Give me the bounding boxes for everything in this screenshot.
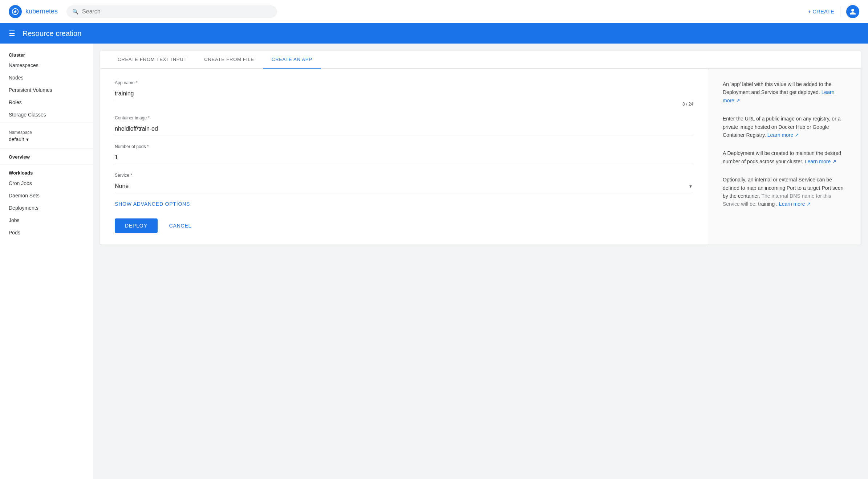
- sidebar-divider: [0, 124, 93, 124]
- cluster-section-label: Cluster: [0, 49, 93, 59]
- form-actions: DEPLOY CANCEL: [115, 218, 693, 233]
- workloads-label: Workloads: [0, 167, 93, 177]
- app-name-counter: 8 / 24: [115, 102, 693, 107]
- nav-logo-text: kubernetes: [25, 8, 58, 15]
- service-field-group: Service * None Internal External ▾: [115, 173, 693, 192]
- service-label: Service *: [115, 173, 693, 178]
- main-card: CREATE FROM TEXT INPUT CREATE FROM FILE …: [100, 51, 861, 245]
- sidebar-divider-2: [0, 148, 93, 148]
- form-container: App name * 8 / 24 Container image * Numb…: [100, 69, 861, 245]
- help-block-2: Enter the URL of a public image on any r…: [723, 115, 846, 139]
- sidebar-item-daemon-sets[interactable]: Daemon Sets: [0, 189, 93, 202]
- sidebar-item-persistent-volumes[interactable]: Persistent Volumes: [0, 84, 93, 96]
- app-name-input[interactable]: [115, 87, 693, 100]
- deploy-button[interactable]: DEPLOY: [115, 218, 158, 233]
- sidebar-item-jobs[interactable]: Jobs: [0, 214, 93, 226]
- service-select-wrapper: None Internal External ▾: [115, 180, 693, 192]
- container-image-field-group: Container image *: [115, 115, 693, 135]
- tab-create-from-text[interactable]: CREATE FROM TEXT INPUT: [109, 51, 195, 69]
- sidebar-item-nodes[interactable]: Nodes: [0, 71, 93, 84]
- service-select[interactable]: None Internal External: [115, 180, 693, 192]
- namespace-value: default: [9, 136, 24, 142]
- sidebar: Cluster Namespaces Nodes Persistent Volu…: [0, 44, 93, 479]
- help-link-2[interactable]: Learn more ↗: [767, 132, 799, 138]
- help-text-1: An 'app' label with this value will be a…: [723, 81, 832, 95]
- container-image-label: Container image *: [115, 115, 693, 120]
- cancel-button[interactable]: CANCEL: [163, 218, 198, 233]
- search-icon: 🔍: [72, 9, 78, 15]
- top-nav: kubernetes 🔍 + CREATE: [0, 0, 868, 23]
- pods-field-group: Number of pods *: [115, 144, 693, 164]
- hamburger-icon[interactable]: ☰: [9, 29, 15, 38]
- help-block-3: A Deployment will be created to maintain…: [723, 149, 846, 165]
- form-left: App name * 8 / 24 Container image * Numb…: [100, 69, 708, 245]
- sidebar-item-cron-jobs[interactable]: Cron Jobs: [0, 177, 93, 189]
- sidebar-item-deployments[interactable]: Deployments: [0, 202, 93, 214]
- page-header: ☰ Resource creation: [0, 23, 868, 44]
- tab-create-an-app[interactable]: CREATE AN APP: [263, 51, 321, 69]
- form-right: An 'app' label with this value will be a…: [708, 69, 861, 245]
- create-button[interactable]: + CREATE: [808, 8, 834, 15]
- sidebar-divider-3: [0, 164, 93, 164]
- help-text-4-period: .: [776, 201, 779, 207]
- kubernetes-logo-icon: [9, 5, 22, 18]
- sidebar-item-roles[interactable]: Roles: [0, 96, 93, 109]
- nav-actions: + CREATE: [808, 5, 859, 18]
- namespace-select[interactable]: default ▾: [9, 136, 84, 142]
- help-link-3[interactable]: Learn more ↗: [805, 159, 836, 164]
- nav-divider: [840, 7, 840, 17]
- namespace-section: Namespace default ▾: [0, 127, 93, 145]
- help-block-1: An 'app' label with this value will be a…: [723, 80, 846, 105]
- sidebar-item-storage-classes[interactable]: Storage Classes: [0, 109, 93, 121]
- overview-label: Overview: [0, 151, 93, 161]
- namespace-label: Namespace: [9, 130, 84, 135]
- sidebar-item-pods[interactable]: Pods: [0, 226, 93, 239]
- help-block-4: Optionally, an internal or external Serv…: [723, 176, 846, 208]
- pods-input[interactable]: [115, 151, 693, 164]
- app-name-field-group: App name * 8 / 24: [115, 80, 693, 107]
- page-title: Resource creation: [23, 29, 81, 38]
- main-content: CREATE FROM TEXT INPUT CREATE FROM FILE …: [93, 44, 868, 479]
- nav-logo: kubernetes: [9, 5, 58, 18]
- sidebar-item-namespaces[interactable]: Namespaces: [0, 59, 93, 71]
- tabs-container: CREATE FROM TEXT INPUT CREATE FROM FILE …: [100, 51, 861, 69]
- namespace-dropdown-icon: ▾: [26, 136, 29, 142]
- user-avatar[interactable]: [846, 5, 859, 18]
- help-text-4-name: training: [758, 201, 775, 207]
- search-input[interactable]: [82, 8, 271, 15]
- container-image-input[interactable]: [115, 123, 693, 135]
- pods-label: Number of pods *: [115, 144, 693, 149]
- search-bar[interactable]: 🔍: [66, 5, 277, 18]
- tab-create-from-file[interactable]: CREATE FROM FILE: [195, 51, 263, 69]
- app-name-label: App name *: [115, 80, 693, 85]
- show-advanced-options-button[interactable]: SHOW ADVANCED OPTIONS: [115, 201, 190, 207]
- help-link-4[interactable]: Learn more ↗: [779, 201, 811, 207]
